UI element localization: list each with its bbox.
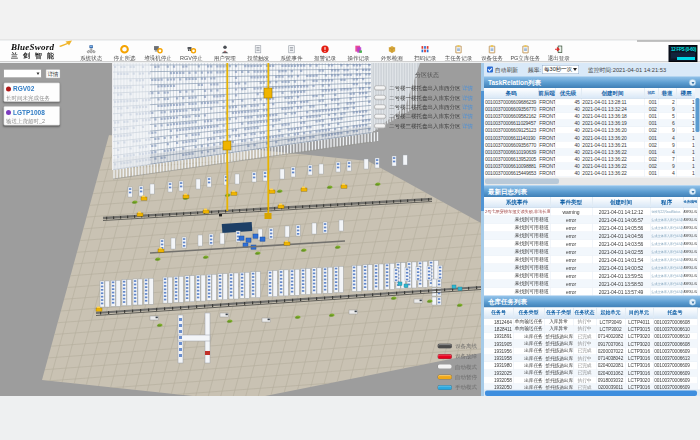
alert-card[interactable]: RGV02 长时间未完成任务 (4, 83, 61, 103)
column-header[interactable]: 任务号 (484, 308, 513, 319)
table-row[interactable]: 1812464单向输送任务入库异常执行中LCTP3049LCTP40110010… (484, 318, 697, 325)
section-header-logs[interactable]: 最新日志列表 (484, 185, 700, 197)
toolbar-button[interactable]: 系统状态 (75, 42, 108, 62)
toolbar-button-icon (520, 45, 530, 55)
table-row[interactable]: 未找到可用巷道error2021-04-01 13:57:49生成立体库入库任务… (484, 288, 697, 296)
table-row[interactable]: 00100370006609686239FRONT452021-04-01 13… (484, 99, 696, 106)
warehouse-3d-view[interactable]: 详情 RGV02 长时间未完成任务 LGTP1008 输送上货超时_2 分区状态… (0, 63, 481, 396)
table-row[interactable]: 2号七层穿梭车报文读失败,非法长度warning2021-04-01 14:12… (484, 208, 697, 216)
table-row[interactable]: 未找到可用巷道error2021-04-01 14:05:56生成立体库入库任务… (484, 224, 697, 232)
auto-refresh-checkbox[interactable] (487, 67, 493, 73)
zone-toggle[interactable] (374, 104, 386, 109)
table-row[interactable]: 1828411单向输送任务入库异常执行中LCTP3002LCTP30150010… (484, 325, 697, 332)
table-row[interactable]: 1931956出库任务整托拣选出库已完成0200037022LCTP301600… (484, 347, 697, 354)
table-row[interactable]: 未找到可用巷道error2021-04-01 14:06:57生成立体库入库任务… (484, 216, 697, 224)
column-header[interactable]: 托盘号 (653, 308, 697, 319)
device-select[interactable] (4, 69, 42, 78)
zone-detail-link[interactable]: 详情 (462, 103, 473, 111)
zone-toggle[interactable] (374, 86, 386, 91)
table-row[interactable]: 1931980出库任务整托拣选出库已完成0204002081LCTP301600… (484, 362, 697, 369)
column-header[interactable]: 巷道 (658, 88, 676, 99)
column-header[interactable]: 条码 (484, 88, 538, 99)
collapse-icon[interactable] (689, 188, 696, 195)
table-cell: 2021-04-01 13:36:22 (581, 148, 644, 155)
warehouse-tasks-hscrollbar[interactable] (484, 390, 700, 397)
table-row[interactable]: 未找到可用巷道error2021-04-01 13:58:50生成立体库入库任务… (484, 280, 697, 288)
toolbar-button[interactable]: 操作记录 (342, 42, 375, 62)
zone-detail-link[interactable]: 详情 (462, 122, 473, 130)
table-row[interactable]: 未找到可用巷道error2021-04-01 14:02:55生成立体库入库任务… (484, 248, 697, 256)
table-row[interactable]: 00100370006609356770FRONT402021-04-01 13… (484, 106, 696, 113)
zone-detail-link[interactable]: 详情 (462, 84, 473, 92)
table-row[interactable]: 1931891出库任务整托拣选出库已完成0714002082LCTP302000… (484, 333, 697, 340)
table-row[interactable]: 00100370006609125123FRONT402021-04-01 13… (484, 127, 696, 134)
zone-detail-link[interactable]: 详情 (462, 113, 473, 121)
column-header[interactable]: 创建时间 (592, 197, 650, 208)
taskrelation-vscrollbar[interactable] (695, 88, 700, 178)
table-row[interactable]: 未找到可用巷道error2021-04-01 14:04:56生成立体库入库任务… (484, 232, 697, 240)
toolbar-button[interactable]: 用户管理 (208, 42, 241, 62)
table-row[interactable]: 00100370006609356770FRONT402021-04-01 13… (484, 141, 696, 148)
legend-row: 自动暂停 (438, 372, 478, 382)
column-header[interactable]: 优先级 (555, 88, 581, 99)
table-row[interactable]: 1932058出库任务整托拣选出库执行中0918003032LCTP302000… (484, 376, 697, 383)
toolbar-button-label: 扫码记录 (414, 55, 436, 63)
column-header[interactable]: 任务状态 (573, 308, 596, 319)
collapse-icon[interactable] (689, 299, 696, 306)
table-row[interactable]: 00100370006609582162FRONT402021-04-01 13… (484, 113, 696, 120)
column-header[interactable]: 状态 (644, 88, 658, 99)
table-row[interactable]: 00100370006611029457FRONT402021-04-01 13… (484, 120, 696, 127)
table-row[interactable]: 未找到可用巷道error2021-04-01 13:59:51生成立体库入库任务… (484, 272, 697, 280)
device-detail-button[interactable]: 详情 (46, 69, 61, 79)
toolbar-button[interactable]: 系统事件 (275, 42, 308, 62)
toolbar-button[interactable]: 投筐触发 (241, 42, 274, 62)
toolbar-button[interactable]: 外形检测 (375, 42, 408, 62)
toolbar-button[interactable]: 堆垛机停止 (141, 42, 174, 62)
zone-toggle[interactable] (374, 95, 386, 100)
table-row[interactable]: 00100370006615449653FRONT402021-04-01 13… (484, 169, 696, 176)
column-header[interactable]: 事件类型 (550, 197, 592, 208)
toolbar-button[interactable]: 主任务记录 (442, 42, 475, 62)
taskrelation-vscrollbar-thumb[interactable] (696, 98, 700, 132)
table-row[interactable]: 未找到可用巷道error2021-04-01 14:01:54生成立体库入库任务… (484, 256, 697, 264)
taskrelation-hscrollbar[interactable] (484, 178, 700, 186)
table-row[interactable]: 未找到可用巷道error2021-04-01 14:00:52生成立体库入库任务… (484, 264, 697, 272)
frequency-select[interactable]: 每30秒一次 (542, 65, 579, 74)
column-header[interactable]: 程序 (650, 197, 683, 208)
table-row[interactable]: 00100370006610098881FRONT402021-04-01 13… (484, 162, 696, 169)
zone-detail-link[interactable]: 详情 (462, 94, 473, 102)
toolbar-button[interactable]: RGV停止 (175, 42, 208, 62)
column-header[interactable]: 仓库编号 (683, 197, 697, 208)
toolbar-button[interactable]: 停止所选 (108, 42, 141, 62)
column-header[interactable]: 前后端 (538, 88, 555, 99)
table-row[interactable]: 未找到可用巷道error2021-04-01 14:03:56生成立体库入库任务… (484, 240, 697, 248)
table-cell: 生成立体库入库任务错误 (650, 224, 683, 232)
column-header[interactable]: 起始单元 (596, 308, 625, 319)
fps-stats-widget[interactable]: 12 FPS (0-60) (669, 45, 698, 62)
column-header[interactable]: 任务子类型 (544, 308, 573, 319)
toolbar-button[interactable]: PG立库任务 (509, 42, 542, 62)
table-cell: 00100370006615449653 (484, 169, 538, 176)
column-header[interactable]: 楼层 (676, 88, 696, 99)
toolbar-button[interactable]: 退出登录 (542, 42, 575, 62)
table-row[interactable]: 1931958出库任务整托拣选出库执行中0714038042LCTP301600… (484, 354, 697, 361)
column-header[interactable]: 系统事件 (484, 197, 550, 208)
column-header[interactable]: 任务类型 (513, 308, 544, 319)
zone-toggle[interactable] (374, 114, 386, 119)
column-header[interactable]: 目的单元 (625, 308, 653, 319)
section-header-taskrelation[interactable]: TaskRelation列表 (484, 76, 700, 88)
toolbar-button[interactable]: 报警记录 (308, 42, 341, 62)
window-top-band (0, 0, 700, 40)
table-row[interactable]: 1931905出库任务整托拣选出库执行中0917037061LCTP302000… (484, 340, 697, 347)
alert-card[interactable]: LGTP1008 输送上货超时_2 (4, 106, 61, 126)
table-row[interactable]: 00100370006613952005FRONT402021-04-01 13… (484, 155, 696, 162)
toolbar-button[interactable]: 设备任务 (475, 42, 508, 62)
collapse-icon[interactable] (689, 79, 696, 86)
table-row[interactable]: 00100370006610190639FRONT402021-04-01 13… (484, 148, 696, 155)
zone-toggle[interactable] (374, 123, 386, 128)
table-row[interactable]: 00100370006611140190FRONT402021-04-01 13… (484, 134, 696, 141)
column-header[interactable]: 创建时间 (581, 88, 644, 99)
section-header-warehouse-tasks[interactable]: 仓库任务列表 (484, 296, 700, 308)
table-row[interactable]: 1932025出库任务整托拣选出库已完成0204001062LCTP301600… (484, 369, 697, 376)
toolbar-button[interactable]: 扫码记录 (408, 42, 441, 62)
